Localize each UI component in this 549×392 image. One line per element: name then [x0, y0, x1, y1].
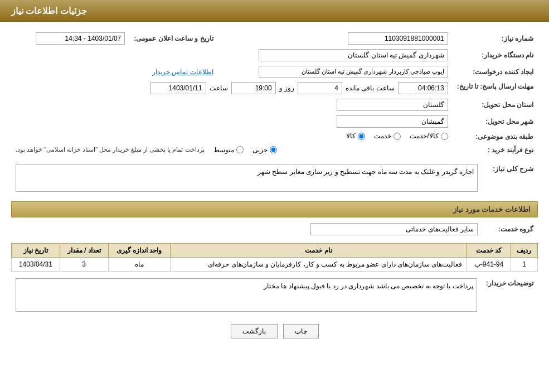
row-purchase-type: نوع فرآیند خرید : پرداخت تمام یا بخشی از… [11, 144, 538, 156]
cell-row-num: 1 [511, 257, 537, 271]
services-section-title: اطلاعات خدمات مورد نیاز [453, 205, 531, 214]
page-header: جزئیات اطلاعات نیاز [0, 0, 549, 22]
purchase-motavasset-item: متوسط [213, 146, 244, 154]
row-request-number: شماره نیاز: 1103091881000001 تاریخ و ساع… [11, 30, 538, 47]
service-group-table: گروه خدمت: سایر فعالیت‌های خدماتی [11, 221, 538, 238]
deadline-label: مهلت ارسال پاسخ: تا تاریخ: [453, 80, 538, 96]
description-table: شرح کلی نیاز: [11, 162, 538, 196]
cell-service-code: 941-94-ب [467, 257, 511, 271]
service-group-value: سایر فعالیت‌های خدماتی [310, 223, 478, 235]
delivery-city-value: گمیشان [337, 115, 448, 128]
row-city: شهر محل تحویل: گمیشان [11, 113, 538, 130]
deadline-date-value: 1403/01/11 [150, 82, 206, 94]
buyer-org-value: شهرداری گمیش تیه استان گلستان [259, 49, 448, 61]
purchase-motavasset-radio[interactable] [236, 146, 244, 153]
service-group-label: گروه خدمت: [482, 221, 538, 238]
delivery-province-value: گلستان [337, 99, 448, 111]
buyer-notes-table: توضیحات خریدار: [11, 276, 538, 316]
back-button[interactable]: بازگشت [231, 324, 278, 338]
category-khadamat-radio[interactable] [393, 133, 401, 140]
col-service-name: نام خدمت [170, 243, 467, 257]
purchase-jozii-radio[interactable] [270, 146, 277, 153]
purchase-jozii-label: جزیی [252, 146, 268, 154]
cell-service-name: فعالیت‌های سازمان‌های دارای عضو مربوط به… [170, 257, 467, 271]
deadline-days-value: 4 [298, 82, 342, 94]
services-table: ردیف کد خدمت نام خدمت واحد اندازه گیری ت… [11, 243, 538, 272]
category-kala-item: کالا [346, 132, 365, 140]
services-table-head: ردیف کد خدمت نام خدمت واحد اندازه گیری ت… [12, 243, 538, 257]
deadline-time-value: 19:00 [231, 82, 276, 94]
purchase-jozii-item: جزیی [252, 146, 277, 154]
services-table-header-row: ردیف کد خدمت نام خدمت واحد اندازه گیری ت… [12, 243, 538, 257]
creator-label: ایجاد کننده درخواست: [453, 64, 538, 80]
category-khadamat-label: خدمت [374, 132, 391, 140]
purchase-note: پرداخت تمام یا بخشی از مبلغ خریدار محل "… [16, 146, 205, 153]
buyer-org-label: نام دستگاه خریدار: [453, 47, 538, 64]
row-description: شرح کلی نیاز: [11, 162, 538, 196]
deadline-block: 04:06:13 ساعت باقی مانده 4 روز و 19:00 س… [16, 82, 448, 94]
deadline-time-label: ساعت [210, 84, 228, 92]
contact-info-link[interactable]: اطلاعات تماس خریدار [152, 68, 213, 76]
category-radio-group: کالا/خدمت خدمت کالا [346, 132, 448, 140]
announcement-date-value: 1403/01/07 - 14:34 [36, 32, 125, 45]
buyer-notes-textarea[interactable] [16, 278, 477, 312]
purchase-motavasset-label: متوسط [213, 146, 234, 154]
category-kala-khadamat-radio[interactable] [441, 133, 448, 140]
row-service-group: گروه خدمت: سایر فعالیت‌های خدماتی [11, 221, 538, 238]
purchase-type-block: پرداخت تمام یا بخشی از مبلغ خریدار محل "… [16, 146, 448, 154]
deadline-remaining-value: 04:06:13 [398, 82, 448, 94]
cell-quantity: 3 [60, 257, 108, 271]
col-quantity: تعداد / مقدار [60, 243, 108, 257]
row-category: طبقه بندی موضوعی: کالا/خدمت خدمت [11, 130, 538, 144]
main-info-table: شماره نیاز: 1103091881000001 تاریخ و ساع… [11, 30, 538, 156]
request-number-label: شماره نیاز: [453, 30, 538, 47]
page-wrapper: جزئیات اطلاعات نیاز شماره نیاز: 11030918… [0, 0, 549, 392]
category-kala-khadamat-item: کالا/خدمت [410, 132, 448, 140]
col-date: تاریخ نیاز [12, 243, 60, 257]
request-number-value: 1103091881000001 [348, 32, 448, 45]
col-service-code: کد خدمت [467, 243, 511, 257]
creator-value: ایوب صیادجی کاربردار شهرداری گمیش تیه اس… [259, 66, 448, 78]
deadline-days-label: روز و [279, 84, 294, 92]
table-row: 1 941-94-ب فعالیت‌های سازمان‌های دارای ع… [12, 257, 538, 271]
cell-unit: ماه [108, 257, 170, 271]
row-creator: ایجاد کننده درخواست: ایوب صیادجی کاربردا… [11, 64, 538, 80]
services-table-body: 1 941-94-ب فعالیت‌های سازمان‌های دارای ع… [12, 257, 538, 271]
delivery-city-label: شهر محل تحویل: [453, 113, 538, 130]
content-area: شماره نیاز: 1103091881000001 تاریخ و ساع… [0, 22, 549, 355]
description-textarea[interactable] [16, 164, 478, 192]
cell-date: 1403/04/31 [12, 257, 60, 271]
services-section-header: اطلاعات خدمات مورد نیاز [11, 201, 538, 217]
category-kala-label: کالا [346, 132, 356, 140]
category-khadamat-item: خدمت [374, 132, 401, 140]
print-button[interactable]: چاپ [283, 324, 319, 338]
deadline-remaining-label: ساعت باقی مانده [346, 84, 395, 92]
category-label: طبقه بندی موضوعی: [453, 130, 538, 144]
col-unit: واحد اندازه گیری [108, 243, 170, 257]
row-province: استان محل تحویل: گلستان [11, 96, 538, 113]
buttons-row: چاپ بازگشت [11, 324, 538, 347]
buyer-notes-label: توضیحات خریدار: [482, 276, 538, 316]
page-title: جزئیات اطلاعات نیاز [11, 6, 87, 16]
col-row-num: ردیف [511, 243, 537, 257]
purchase-type-label: نوع فرآیند خرید : [453, 144, 538, 156]
row-buyer-notes: توضیحات خریدار: [11, 276, 538, 316]
category-kala-khadamat-label: کالا/خدمت [410, 132, 438, 140]
row-deadline: مهلت ارسال پاسخ: تا تاریخ: 04:06:13 ساعت… [11, 80, 538, 96]
announcement-label: تاریخ و ساعت اعلان عمومی: [129, 30, 217, 47]
category-kala-radio[interactable] [358, 133, 365, 140]
row-buyer-org: نام دستگاه خریدار: شهرداری گمیش تیه استا… [11, 47, 538, 64]
purchase-note-block: پرداخت تمام یا بخشی از مبلغ خریدار محل "… [16, 146, 205, 153]
description-label: شرح کلی نیاز: [482, 162, 538, 196]
delivery-province-label: استان محل تحویل: [453, 96, 538, 113]
